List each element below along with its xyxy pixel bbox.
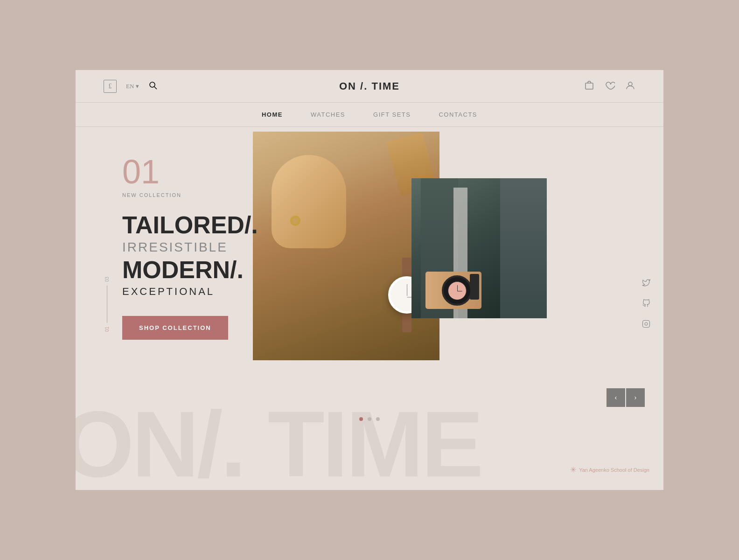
hero-text-content: 01 NEW COLLECTION TAILORED/. IRRESISTIBL… <box>122 155 258 340</box>
svg-point-0 <box>150 82 155 87</box>
header: £ EN ▾ ON /. TIME <box>76 70 663 103</box>
account-button[interactable] <box>625 80 635 92</box>
carousel-arrows: ‹ › <box>607 388 645 407</box>
credit-icon: ✳ <box>570 465 576 474</box>
headline-exceptional: EXCEPTIONAL <box>122 286 258 297</box>
hero-secondary-image <box>411 178 547 318</box>
lang-selector[interactable]: EN ▾ <box>126 83 139 90</box>
carousel-dots <box>359 417 380 421</box>
headline-modern: MODERN/. <box>122 257 258 283</box>
svg-line-1 <box>154 87 157 89</box>
slide-current: 01 <box>105 327 110 332</box>
search-button[interactable] <box>148 81 158 92</box>
dot-2[interactable] <box>368 417 371 421</box>
currency-button[interactable]: £ <box>104 80 117 93</box>
slide-total: 03 <box>105 277 110 282</box>
main-nav: HOME WATCHES GIFT SETS CONTACTS <box>76 103 663 127</box>
dot-1[interactable] <box>359 417 363 421</box>
twitter-link[interactable] <box>642 279 650 289</box>
header-right <box>584 80 635 92</box>
header-left: £ EN ▾ <box>104 80 158 93</box>
chevron-down-icon: ▾ <box>136 83 139 90</box>
logo: ON /. TIME <box>339 80 400 92</box>
watermark-text: ON/. TIME <box>76 398 481 482</box>
headline-tailored: TAILORED/. <box>122 212 258 238</box>
nav-item-watches[interactable]: WATCHES <box>311 111 345 118</box>
github-link[interactable] <box>642 299 650 309</box>
headline-irresistible: IRRESISTIBLE <box>122 240 258 255</box>
nav-item-gift-sets[interactable]: GIFT SETS <box>373 111 411 118</box>
slide-indicator: 03 01 <box>105 277 110 332</box>
social-links <box>642 279 650 330</box>
svg-point-3 <box>628 82 632 86</box>
svg-rect-2 <box>586 83 593 89</box>
slide-line <box>107 286 107 323</box>
hero-headline: TAILORED/. IRRESISTIBLE MODERN/. EXCEPTI… <box>122 212 258 297</box>
nav-item-contacts[interactable]: CONTACTS <box>439 111 477 118</box>
hero-slide-number: 01 <box>122 155 258 189</box>
collection-label: NEW COLLECTION <box>122 192 258 198</box>
next-arrow-button[interactable]: › <box>626 388 645 407</box>
main-content: ON/. TIME 03 01 01 NEW COLLECTION TAILOR… <box>76 127 663 482</box>
dot-3[interactable] <box>376 417 380 421</box>
secondary-image-visual <box>411 178 547 318</box>
shop-collection-button[interactable]: SHOP COLLECTION <box>122 316 228 340</box>
nav-item-home[interactable]: HOME <box>262 111 283 118</box>
page-wrapper: £ EN ▾ ON /. TIME <box>76 70 663 490</box>
cart-button[interactable] <box>584 80 594 92</box>
footer-credit: ✳ Yan Ageenko School of Design <box>570 465 649 474</box>
instagram-link[interactable] <box>642 320 650 330</box>
prev-arrow-button[interactable]: ‹ <box>607 388 625 407</box>
wishlist-button[interactable] <box>605 80 615 92</box>
credit-text: Yan Ageenko School of Design <box>579 467 649 473</box>
svg-rect-4 <box>643 321 650 328</box>
